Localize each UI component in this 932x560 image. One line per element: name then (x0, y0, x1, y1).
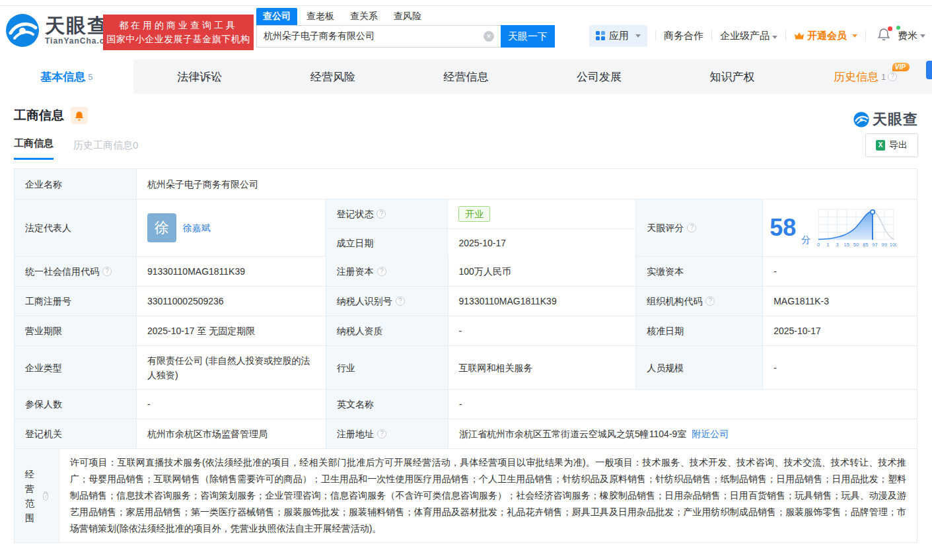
search-tab-risk[interactable]: 查风险 (387, 8, 428, 25)
tab-label: 知识产权 (710, 69, 755, 85)
svg-text:97: 97 (873, 242, 878, 248)
tianyancha-logo[interactable]: 天眼查 TianYanCha.com (5, 13, 118, 48)
subtab-history-business-info[interactable]: 历史工商信息0 (73, 139, 138, 160)
label-text: 统一社会信用代码 (25, 264, 99, 279)
credit-code-value: 91330110MAG1811K39 (137, 257, 326, 286)
score-unit: 分 (801, 232, 810, 247)
business-scope-value: 许可项目：互联网直播技术服务(依法须经批准的项目，经相关部门批准后方可开展经营活… (59, 449, 917, 542)
apps-label: 应用 (609, 30, 629, 42)
page: 天眼查 TianYanCha.com 都在用的商业查询工具 国家中小企业发展子基… (0, 0, 932, 560)
help-icon[interactable]: ? (376, 209, 386, 219)
help-icon[interactable]: ? (687, 223, 696, 232)
label-text: 注册地址 (337, 427, 374, 441)
tianyancha-logo-icon (5, 13, 40, 48)
bell-icon (75, 111, 84, 121)
tab-basic-info[interactable]: 基本信息 5 (0, 59, 133, 94)
legal-rep-value: 徐 徐嘉斌 (137, 199, 326, 256)
nav-enterprise-products[interactable]: 企业级产品 (720, 30, 777, 42)
address-text: 浙江省杭州市余杭区五常街道云空城风之筑5幢1104-9室 (459, 427, 686, 441)
reg-authority-label: 登记机关 (15, 419, 137, 448)
tab-legal-litigation[interactable]: 法律诉讼 (133, 59, 267, 94)
status-badge: 开业 (458, 206, 490, 222)
label-text: 登记状态 (336, 207, 373, 221)
reg-address-value: 浙江省杭州市余杭区五常街道云空城风之筑5幢1104-9室 附近公司 (448, 419, 917, 448)
search-tab-relation[interactable]: 查关系 (343, 8, 384, 25)
company-name-value: 杭州朵子电子商务有限公司 (137, 169, 917, 199)
apps-menu[interactable]: 应用 (589, 25, 647, 47)
nav-cooperation[interactable]: 商务合作 (664, 30, 703, 42)
help-icon[interactable]: ? (396, 297, 405, 306)
tab-operation-risk[interactable]: 经营风险 (266, 59, 400, 94)
legal-rep-avatar[interactable]: 徐 (147, 213, 176, 242)
tab-company-development[interactable]: 公司发展 (532, 59, 666, 94)
svg-text:100: 100 (890, 242, 896, 248)
reg-status-value: 开业 (448, 199, 636, 228)
label-text: 组织机构代码 (647, 294, 702, 308)
user-menu[interactable]: 费米 (898, 30, 925, 42)
notification-dot (888, 26, 892, 31)
open-vip-label: 开通会员 (807, 30, 847, 42)
approval-date-value: 2025-10-17 (763, 316, 917, 345)
credit-code-label: 统一社会信用代码 ? (15, 257, 137, 286)
online-status-dot (896, 26, 900, 30)
divider (865, 30, 866, 41)
table-row: 统一社会信用代码 ? 91330110MAG1811K39 注册资本 ? 100… (15, 257, 917, 287)
tab-label: 历史信息 (834, 69, 878, 85)
subtab-row: 工商信息 历史工商信息0 X 导出 (14, 137, 918, 160)
help-icon[interactable]: ? (102, 267, 112, 276)
search-tab-boss[interactable]: 查老板 (300, 8, 341, 25)
nearby-companies-link[interactable]: 附近公司 (692, 427, 729, 441)
legal-rep-link[interactable]: 徐嘉斌 (183, 221, 211, 235)
tab-label: 公司发展 (577, 69, 622, 85)
search-tab-company[interactable]: 查公司 (256, 8, 297, 25)
divider (655, 30, 656, 41)
subtab-business-info[interactable]: 工商信息 (14, 137, 54, 160)
business-info-table: 企业名称 杭州朵子电子商务有限公司 法定代表人 徐 徐嘉斌 登记状态 ? (14, 168, 917, 543)
export-button[interactable]: X 导出 (865, 133, 918, 157)
svg-text:1: 1 (826, 242, 829, 248)
label-text: 注册资本 (337, 264, 374, 279)
search-button[interactable]: 天眼一下 (501, 25, 555, 48)
open-vip-button[interactable]: 开通会员 (794, 30, 857, 42)
table-row: 登记机关 杭州市余杭区市场监督管理局 注册地址 ? 浙江省杭州市余杭区五常街道云… (15, 419, 917, 449)
slogan-line2: 国家中小企业发展子基金旗下机构 (106, 32, 250, 46)
search-area: 查公司 查老板 查关系 查风险 × 天眼一下 (256, 8, 555, 48)
company-type-label: 企业类型 (15, 346, 137, 389)
svg-text:15: 15 (844, 242, 849, 248)
table-row: 企业类型 有限责任公司 (非自然人投资或控股的法人独资) 行业 互联网和相关服务… (15, 346, 917, 390)
chevron-down-icon (920, 34, 925, 38)
tab-label: 基本信息 (40, 69, 85, 85)
help-icon[interactable]: ? (705, 297, 715, 306)
slogan-line1: 都在用的商业查询工具 (119, 18, 238, 32)
paid-capital-label: 实缴资本 (636, 257, 763, 286)
reg-number-value: 330110002509236 (137, 287, 326, 316)
tab-intellectual-property[interactable]: 知识产权 (666, 59, 799, 94)
tab-label: 经营风险 (310, 69, 355, 85)
monitor-bell-button[interactable] (71, 107, 88, 124)
help-icon[interactable]: ? (377, 267, 386, 276)
business-scope-label: 经营范围 ? (15, 449, 59, 542)
insured-count-label: 参保人数 (15, 390, 137, 419)
tab-business-info[interactable]: 经营信息 (400, 59, 533, 94)
clear-icon[interactable]: × (484, 31, 494, 42)
header-nav: 应用 商务合作 企业级产品 开通会员 费米 (589, 24, 925, 48)
tab-history-info[interactable]: VIP 历史信息 1 ? (799, 59, 932, 94)
table-row: 参保人数 - 英文名称 - (15, 390, 917, 419)
help-icon[interactable]: ? (43, 491, 48, 501)
table-row: 营业期限 2025-10-17 至 无固定期限 纳税人资质 - 核准日期 202… (15, 316, 917, 346)
establish-date-label: 成立日期 (326, 229, 448, 257)
watermark-text: 天眼查 (873, 110, 918, 129)
divider (785, 30, 786, 41)
help-icon[interactable]: ? (888, 72, 897, 81)
slogan-banner: 都在用的商业查询工具 国家中小企业发展子基金旗下机构 (103, 15, 254, 50)
notification-bell[interactable] (878, 28, 890, 43)
industry-value: 互联网和相关服务 (448, 346, 637, 389)
export-label: 导出 (889, 139, 908, 151)
side-float-button[interactable] (926, 61, 932, 79)
company-type-value: 有限责任公司 (非自然人投资或控股的法人独资) (137, 346, 326, 389)
help-icon[interactable]: ? (377, 429, 386, 438)
search-input[interactable] (256, 25, 501, 48)
org-code-value: MAG1811K-3 (763, 287, 917, 316)
establish-date-value: 2025-10-17 (448, 229, 636, 257)
excel-icon: X (876, 140, 885, 151)
